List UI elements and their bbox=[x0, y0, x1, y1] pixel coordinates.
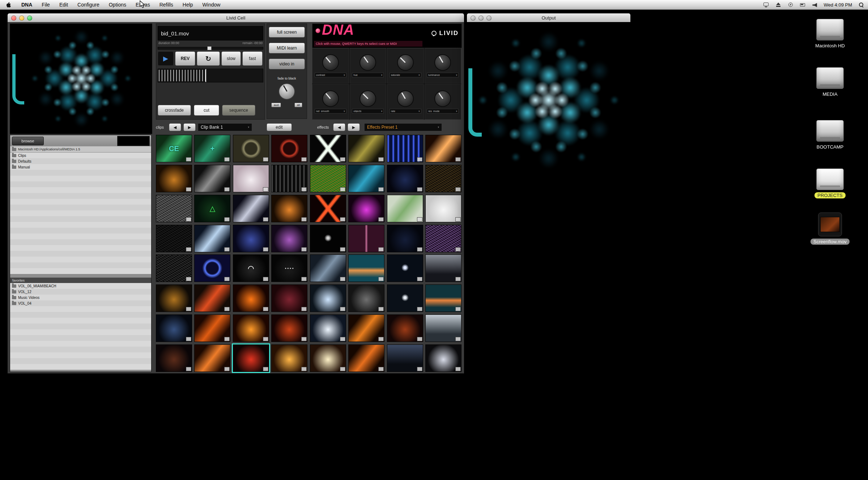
clip-thumb[interactable] bbox=[387, 344, 423, 372]
clip-thumb[interactable] bbox=[271, 284, 307, 312]
favorite-row[interactable]: Music Videos bbox=[10, 295, 151, 300]
effect-knob[interactable] bbox=[359, 54, 376, 71]
clip-thumb[interactable] bbox=[194, 254, 230, 282]
seek-thumb[interactable] bbox=[207, 46, 212, 50]
volume-icon[interactable] bbox=[812, 3, 817, 7]
browser-path-bar[interactable]: Macintosh HD:/Applications/cell/MEDIA 1.… bbox=[10, 146, 151, 153]
menu-bar-clock[interactable]: Wed 4:09 PM bbox=[824, 2, 852, 8]
zoom-button[interactable] bbox=[27, 16, 32, 21]
clip-thumb[interactable] bbox=[233, 284, 269, 312]
clip-thumb[interactable] bbox=[425, 165, 461, 192]
clip-thumb[interactable] bbox=[310, 314, 346, 342]
aud-button[interactable]: aud bbox=[271, 103, 281, 107]
edit-button[interactable]: edit bbox=[267, 123, 292, 131]
clip-thumb[interactable] bbox=[425, 195, 461, 222]
clip-thumb[interactable]: + bbox=[194, 135, 230, 162]
clip-thumb[interactable] bbox=[233, 195, 269, 222]
midi-learn-button[interactable]: MIDI learn bbox=[269, 43, 305, 53]
clip-thumb[interactable]: △ bbox=[194, 195, 230, 222]
loop-button[interactable]: ↻ bbox=[197, 51, 220, 66]
clip-thumb[interactable] bbox=[425, 284, 461, 312]
clip-bank-select[interactable]: Clip Bank 1 ▾ bbox=[198, 123, 252, 131]
effect-knob[interactable] bbox=[434, 54, 451, 71]
clip-thumb[interactable] bbox=[271, 165, 307, 192]
clip-thumb[interactable] bbox=[348, 165, 384, 192]
minimize-button[interactable] bbox=[478, 16, 484, 21]
clip-thumb[interactable] bbox=[425, 254, 461, 282]
browser-folder-row[interactable]: Manual bbox=[10, 164, 151, 170]
menu-item-configure[interactable]: Configure bbox=[73, 0, 104, 9]
clip-thumb[interactable] bbox=[271, 344, 307, 372]
clip-thumb[interactable] bbox=[387, 314, 423, 342]
effect-knob[interactable] bbox=[322, 90, 339, 107]
clip-thumb[interactable] bbox=[233, 135, 269, 162]
clip-thumb[interactable] bbox=[425, 344, 461, 372]
effects-preset-next-button[interactable]: ▶ bbox=[348, 123, 360, 131]
clip-thumb[interactable] bbox=[310, 284, 346, 312]
livid-titlebar[interactable]: Livid Cell bbox=[8, 13, 464, 22]
clip-thumb[interactable] bbox=[156, 314, 192, 342]
cut-button[interactable]: cut bbox=[194, 105, 219, 116]
effect-knob[interactable] bbox=[322, 54, 339, 71]
clip-thumb[interactable] bbox=[156, 344, 192, 372]
clip-thumb[interactable] bbox=[348, 344, 384, 372]
clip-thumb[interactable] bbox=[194, 225, 230, 252]
clip-thumb[interactable]: ◠ bbox=[233, 254, 269, 282]
minimize-button[interactable] bbox=[19, 16, 24, 21]
clip-thumb[interactable] bbox=[425, 225, 461, 252]
clip-thumb[interactable] bbox=[310, 135, 346, 162]
clip-thumb[interactable] bbox=[348, 314, 384, 342]
clip-thumb[interactable] bbox=[233, 225, 269, 252]
all-button[interactable]: all bbox=[294, 103, 302, 107]
desktop-icon-macintosh-hd[interactable]: Macintosh HD bbox=[797, 19, 863, 49]
clip-thumb[interactable] bbox=[387, 284, 423, 312]
scrub-strip[interactable] bbox=[158, 69, 263, 82]
favorite-row[interactable]: VOL_12 bbox=[10, 289, 151, 295]
clip-thumb[interactable] bbox=[156, 254, 192, 282]
knob-param-select[interactable]: hue▾ bbox=[352, 73, 384, 77]
knob-param-select[interactable]: objects▾ bbox=[352, 109, 384, 113]
effect-knob[interactable] bbox=[359, 90, 376, 107]
play-button[interactable]: ▶ bbox=[158, 51, 174, 66]
clip-thumb[interactable] bbox=[348, 225, 384, 252]
output-titlebar[interactable]: Output bbox=[467, 13, 630, 22]
close-button[interactable] bbox=[471, 16, 476, 21]
playhead-marker[interactable] bbox=[205, 69, 206, 82]
clip-bank-next-button[interactable]: ▶ bbox=[183, 123, 196, 131]
desktop-icon-projects[interactable]: PROJECTS bbox=[797, 168, 863, 198]
clip-thumb[interactable] bbox=[310, 165, 346, 192]
clip-thumb[interactable]: ···· bbox=[271, 254, 307, 282]
clip-thumb[interactable] bbox=[310, 195, 346, 222]
effects-preset-prev-button[interactable]: ◀ bbox=[333, 123, 345, 131]
desktop-icon-screenflow-mov[interactable]: Screenflow.mov bbox=[797, 213, 863, 245]
clip-thumb[interactable] bbox=[156, 195, 192, 222]
knob-param-select[interactable]: saturate▾ bbox=[390, 73, 421, 77]
eject-icon[interactable] bbox=[775, 2, 781, 8]
clip-thumb[interactable] bbox=[348, 195, 384, 222]
favorite-row[interactable]: VOL_06_MIAMIBEACH bbox=[10, 283, 151, 289]
clip-bank-prev-button[interactable]: ◀ bbox=[169, 123, 181, 131]
effect-knob[interactable] bbox=[397, 54, 414, 71]
effect-knob[interactable] bbox=[397, 90, 414, 107]
clip-thumb[interactable] bbox=[156, 165, 192, 192]
clip-thumb[interactable] bbox=[271, 225, 307, 252]
clip-thumb[interactable] bbox=[387, 195, 423, 222]
effect-knob[interactable] bbox=[434, 90, 451, 107]
knob-param-select[interactable]: res_mode▾ bbox=[427, 109, 459, 113]
clip-thumb[interactable] bbox=[194, 344, 230, 372]
clip-thumb[interactable] bbox=[156, 225, 192, 252]
clip-thumb[interactable] bbox=[425, 314, 461, 342]
effects-preset-select[interactable]: Effects Preset 1 ▾ bbox=[364, 123, 442, 131]
slow-button[interactable]: slow bbox=[221, 51, 241, 66]
clip-thumb[interactable] bbox=[194, 314, 230, 342]
knob-param-select[interactable]: contrast▾ bbox=[315, 73, 346, 77]
clip-thumb[interactable] bbox=[387, 225, 423, 252]
seek-track[interactable] bbox=[158, 47, 263, 50]
menu-item-edit[interactable]: Edit bbox=[55, 0, 73, 9]
close-button[interactable] bbox=[11, 16, 16, 21]
full-screen-button[interactable]: full screen bbox=[269, 27, 305, 38]
apple-menu[interactable] bbox=[0, 2, 17, 8]
clip-thumb[interactable] bbox=[194, 165, 230, 192]
video-in-button[interactable]: video in bbox=[269, 59, 305, 69]
browser-folder-row[interactable]: Defaults bbox=[10, 158, 151, 164]
